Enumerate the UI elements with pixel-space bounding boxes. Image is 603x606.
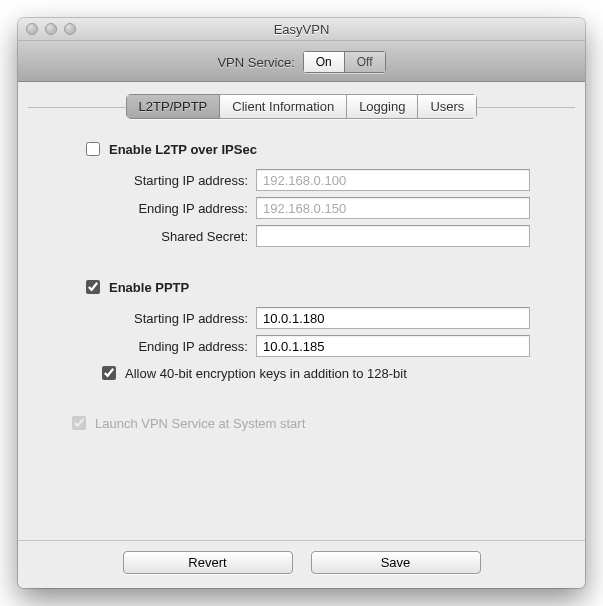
launch-at-start-checkbox[interactable] xyxy=(72,416,86,430)
tab-content: Enable L2TP over IPSec Starting IP addre… xyxy=(18,119,585,540)
toggle-on[interactable]: On xyxy=(303,51,345,73)
toggle-off[interactable]: Off xyxy=(345,51,386,73)
enable-pptp-label[interactable]: Enable PPTP xyxy=(109,280,189,295)
tab-bar: L2TP/PPTP Client Information Logging Use… xyxy=(18,94,585,119)
minimize-icon[interactable] xyxy=(45,23,57,35)
titlebar: EasyVPN xyxy=(18,18,585,41)
tab-l2tp-pptp[interactable]: L2TP/PPTP xyxy=(126,94,221,119)
allow-40bit-label[interactable]: Allow 40-bit encryption keys in addition… xyxy=(125,366,407,381)
footer: Revert Save xyxy=(18,540,585,588)
l2tp-shared-secret-label: Shared Secret: xyxy=(48,229,256,244)
pptp-start-ip-label: Starting IP address: xyxy=(48,311,256,326)
launch-at-start-label: Launch VPN Service at System start xyxy=(95,416,305,431)
save-button[interactable]: Save xyxy=(311,551,481,574)
tab-client-information[interactable]: Client Information xyxy=(220,94,347,119)
pptp-end-ip-label: Ending IP address: xyxy=(48,339,256,354)
pptp-start-ip-input[interactable] xyxy=(256,307,530,329)
window: EasyVPN VPN Service: On Off L2TP/PPTP Cl… xyxy=(18,18,585,588)
toolbar: VPN Service: On Off xyxy=(18,41,585,82)
pptp-section: Enable PPTP Starting IP address: Ending … xyxy=(48,277,555,383)
enable-l2tp-label[interactable]: Enable L2TP over IPSec xyxy=(109,142,257,157)
close-icon[interactable] xyxy=(26,23,38,35)
l2tp-shared-secret-input[interactable] xyxy=(256,225,530,247)
enable-pptp-checkbox[interactable] xyxy=(86,280,100,294)
traffic-lights xyxy=(26,23,76,35)
vpn-service-toggle[interactable]: On Off xyxy=(303,51,386,73)
allow-40bit-checkbox[interactable] xyxy=(102,366,116,380)
l2tp-end-ip-label: Ending IP address: xyxy=(48,201,256,216)
launch-row: Launch VPN Service at System start xyxy=(68,413,555,433)
tab-users[interactable]: Users xyxy=(418,94,477,119)
l2tp-end-ip-input[interactable] xyxy=(256,197,530,219)
revert-button[interactable]: Revert xyxy=(123,551,293,574)
l2tp-section: Enable L2TP over IPSec Starting IP addre… xyxy=(48,139,555,247)
enable-l2tp-checkbox[interactable] xyxy=(86,142,100,156)
pptp-end-ip-input[interactable] xyxy=(256,335,530,357)
vpn-service-label: VPN Service: xyxy=(217,55,294,70)
zoom-icon[interactable] xyxy=(64,23,76,35)
l2tp-start-ip-label: Starting IP address: xyxy=(48,173,256,188)
window-title: EasyVPN xyxy=(18,22,585,37)
l2tp-start-ip-input[interactable] xyxy=(256,169,530,191)
tab-logging[interactable]: Logging xyxy=(347,94,418,119)
